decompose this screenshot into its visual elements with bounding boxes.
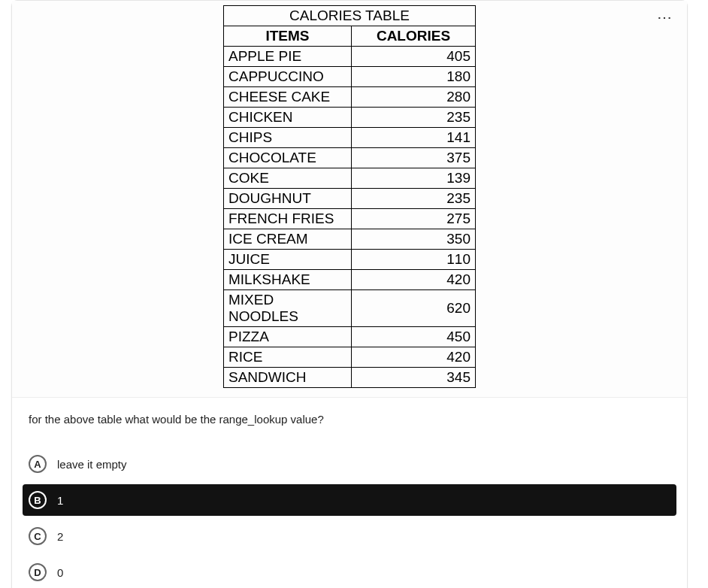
table-cell-item: PIZZA	[224, 327, 352, 347]
more-icon: ⋯	[657, 9, 672, 26]
table-cell-calories: 280	[352, 87, 476, 108]
question-card: ⋯ CALORIES TABLEITEMSCALORIESAPPLE PIE40…	[11, 0, 688, 588]
option-letter: D	[29, 563, 47, 581]
option-d[interactable]: D0	[12, 556, 687, 588]
table-cell-item: SANDWICH	[224, 368, 352, 388]
table-cell-item: CAPPUCCINO	[224, 67, 352, 87]
table-row: MIXED NOODLES620	[224, 290, 476, 327]
table-cell-item: MIXED NOODLES	[224, 290, 352, 327]
table-title: CALORIES TABLE	[224, 6, 476, 26]
table-cell-calories: 345	[352, 368, 476, 388]
table-cell-item: JUICE	[224, 250, 352, 270]
table-row: FRENCH FRIES275	[224, 209, 476, 229]
table-cell-calories: 620	[352, 290, 476, 327]
option-letter: A	[29, 455, 47, 473]
table-cell-item: MILKSHAKE	[224, 270, 352, 290]
option-b[interactable]: B1	[23, 484, 676, 516]
option-label: 0	[57, 566, 63, 579]
question-area: for the above table what would be the ra…	[12, 398, 687, 448]
table-cell-item: COKE	[224, 168, 352, 189]
table-row: APPLE PIE405	[224, 47, 476, 67]
option-a[interactable]: Aleave it empty	[12, 448, 687, 480]
table-row: PIZZA450	[224, 327, 476, 347]
table-row: ICE CREAM350	[224, 229, 476, 250]
option-c[interactable]: C2	[12, 520, 687, 552]
option-label: 2	[57, 530, 63, 543]
table-header-calories: CALORIES	[352, 26, 476, 47]
table-cell-calories: 420	[352, 270, 476, 290]
table-cell-calories: 350	[352, 229, 476, 250]
option-label: leave it empty	[57, 458, 127, 471]
table-cell-item: APPLE PIE	[224, 47, 352, 67]
table-cell-item: CHIPS	[224, 128, 352, 148]
table-cell-calories: 405	[352, 47, 476, 67]
table-cell-item: CHEESE CAKE	[224, 87, 352, 108]
table-row: COKE139	[224, 168, 476, 189]
table-row: CAPPUCCINO180	[224, 67, 476, 87]
table-row: MILKSHAKE420	[224, 270, 476, 290]
question-image-area: CALORIES TABLEITEMSCALORIESAPPLE PIE405C…	[12, 1, 687, 398]
table-cell-calories: 275	[352, 209, 476, 229]
table-row: CHICKEN235	[224, 108, 476, 128]
table-cell-calories: 235	[352, 189, 476, 209]
table-cell-calories: 110	[352, 250, 476, 270]
table-row: CHIPS141	[224, 128, 476, 148]
table-cell-item: CHOCOLATE	[224, 148, 352, 168]
calories-table: CALORIES TABLEITEMSCALORIESAPPLE PIE405C…	[223, 5, 476, 388]
table-cell-item: RICE	[224, 347, 352, 368]
table-cell-calories: 141	[352, 128, 476, 148]
table-row: CHEESE CAKE280	[224, 87, 476, 108]
more-options-button[interactable]: ⋯	[654, 7, 675, 28]
table-row: JUICE110	[224, 250, 476, 270]
options-list: Aleave it emptyB1C2D0	[12, 448, 687, 588]
option-label: 1	[57, 494, 63, 507]
table-row: RICE420	[224, 347, 476, 368]
table-cell-calories: 180	[352, 67, 476, 87]
table-row: CHOCOLATE375	[224, 148, 476, 168]
table-cell-calories: 450	[352, 327, 476, 347]
table-header-items: ITEMS	[224, 26, 352, 47]
question-text: for the above table what would be the ra…	[29, 413, 670, 426]
table-cell-item: CHICKEN	[224, 108, 352, 128]
table-cell-calories: 420	[352, 347, 476, 368]
table-cell-calories: 235	[352, 108, 476, 128]
table-cell-item: FRENCH FRIES	[224, 209, 352, 229]
table-cell-calories: 375	[352, 148, 476, 168]
table-cell-item: ICE CREAM	[224, 229, 352, 250]
table-cell-calories: 139	[352, 168, 476, 189]
table-cell-item: DOUGHNUT	[224, 189, 352, 209]
option-letter: C	[29, 527, 47, 545]
option-letter: B	[29, 491, 47, 509]
table-row: SANDWICH345	[224, 368, 476, 388]
table-row: DOUGHNUT235	[224, 189, 476, 209]
